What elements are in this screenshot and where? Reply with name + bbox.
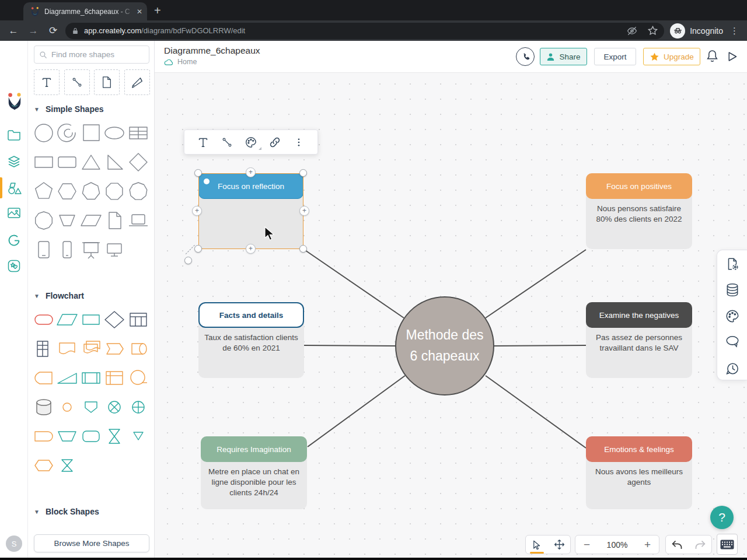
shape-diamond[interactable] <box>127 150 150 174</box>
node-emotions-and-feelings[interactable]: Emotions & feelings Nous avons les meill… <box>586 436 692 509</box>
shape-hexagon[interactable] <box>55 180 79 203</box>
diagram-settings-icon[interactable] <box>725 257 740 272</box>
reload-icon[interactable]: ⟳ <box>43 24 63 37</box>
shape-heptagon[interactable] <box>79 180 103 203</box>
stickers-icon[interactable] <box>7 259 21 273</box>
shape-card[interactable] <box>79 425 103 448</box>
shape-tablet[interactable] <box>32 238 55 261</box>
shape-right-triangle[interactable] <box>103 150 126 174</box>
database-icon[interactable] <box>725 282 740 298</box>
shape-laptop[interactable] <box>127 209 150 232</box>
shape-direct-storage[interactable] <box>127 337 150 360</box>
text-icon[interactable] <box>195 134 211 150</box>
node-title[interactable]: Focus on positives <box>586 173 692 199</box>
layers-icon[interactable] <box>7 155 21 169</box>
image-icon[interactable] <box>7 207 21 221</box>
folder-icon[interactable] <box>7 128 21 142</box>
node-body[interactable]: Taux de satisfaction clients de 60% en 2… <box>203 332 299 354</box>
select-tool-button[interactable] <box>526 535 548 554</box>
shape-table[interactable] <box>127 121 150 145</box>
avatar[interactable]: S <box>6 536 22 552</box>
node-examine-the-negatives[interactable]: Examine the negatives Pas assez de perso… <box>586 302 692 378</box>
shape-collate[interactable] <box>55 454 79 477</box>
shape-trapezoid[interactable] <box>55 425 79 448</box>
resize-handle-ne[interactable] <box>299 169 307 177</box>
node-title[interactable]: Facts and details <box>198 302 304 328</box>
back-icon[interactable]: ← <box>4 25 23 37</box>
help-button[interactable]: ? <box>710 506 734 529</box>
document-title[interactable]: Diagramme_6chapeaux <box>164 46 260 56</box>
shape-database[interactable] <box>32 396 55 419</box>
breadcrumb[interactable]: Home <box>164 58 197 66</box>
call-button[interactable] <box>516 47 535 66</box>
shape-decagon[interactable] <box>32 209 55 232</box>
shape-fc-document[interactable] <box>55 337 79 360</box>
bookmark-star-icon[interactable] <box>647 25 658 36</box>
resize-handle-nw[interactable] <box>194 169 202 177</box>
google-icon[interactable] <box>7 233 21 247</box>
add-connector-right[interactable]: + <box>299 206 309 216</box>
shape-internal-storage[interactable] <box>103 366 126 390</box>
shape-circle[interactable] <box>32 121 55 145</box>
shape-parallelogram[interactable] <box>55 308 79 331</box>
zoom-out-button[interactable]: − <box>584 538 590 551</box>
shape-or-junction[interactable] <box>127 396 150 419</box>
shape-block-caret[interactable] <box>32 524 55 534</box>
add-connector-bottom[interactable]: + <box>246 244 256 254</box>
history-icon[interactable] <box>725 361 740 376</box>
theme-palette-icon[interactable] <box>725 309 740 324</box>
shape-rounded-rectangle[interactable] <box>55 150 79 174</box>
shape-fc-table[interactable] <box>127 308 150 331</box>
connector-icon[interactable] <box>219 134 235 150</box>
zoom-in-button[interactable]: + <box>644 538 651 551</box>
shape-predefined-process[interactable] <box>79 366 103 390</box>
node-body[interactable]: Nous pensons satisfaire 80% des clients … <box>591 204 687 225</box>
shape-nonagon[interactable] <box>127 180 150 203</box>
node-body[interactable]: Nous avons les meilleurs agents <box>591 467 687 488</box>
shape-terminator[interactable] <box>32 308 55 331</box>
export-button[interactable]: Export <box>594 48 636 65</box>
shape-octagon[interactable] <box>103 180 126 203</box>
shape-trapezoid-down[interactable] <box>55 209 79 232</box>
shapes-icon[interactable] <box>7 181 21 195</box>
rotate-handle[interactable] <box>184 257 192 264</box>
shape-connector-dot[interactable] <box>55 396 79 419</box>
shape-fc-grid[interactable] <box>32 337 55 360</box>
shape-summing-junction[interactable] <box>103 396 126 419</box>
forward-icon[interactable]: → <box>23 25 43 37</box>
shape-off-page[interactable] <box>79 396 103 419</box>
notifications-button[interactable] <box>706 49 719 64</box>
shape-triangle[interactable] <box>79 150 103 174</box>
resize-handle-sw[interactable] <box>194 245 202 253</box>
shape-block-corner[interactable] <box>55 524 79 534</box>
shape-document[interactable] <box>103 209 126 232</box>
text-tool[interactable] <box>34 69 60 95</box>
shape-delay[interactable] <box>32 425 55 448</box>
node-body[interactable]: Metre en place un chat en ligne disponib… <box>205 467 302 499</box>
more-options-icon[interactable] <box>291 134 307 150</box>
shape-multi-document[interactable] <box>79 337 103 360</box>
shape-manual-operation[interactable] <box>55 366 79 390</box>
shape-pentagon[interactable] <box>32 180 55 203</box>
shape-stored-data[interactable] <box>103 337 126 360</box>
shape-preparation[interactable] <box>32 454 55 477</box>
present-button[interactable] <box>726 50 738 63</box>
shape-block-slash[interactable] <box>103 524 126 534</box>
shape-block-bracket[interactable] <box>79 524 103 534</box>
creately-logo[interactable] <box>7 92 22 111</box>
shape-rectangle[interactable] <box>32 150 55 174</box>
shape-sort[interactable] <box>103 425 126 448</box>
upgrade-button[interactable]: Upgrade <box>643 48 700 65</box>
freehand-tool[interactable] <box>124 69 150 95</box>
comment-icon[interactable] <box>725 335 740 350</box>
add-connector-left[interactable]: + <box>192 206 202 216</box>
center-topic[interactable]: Methode des 6 chapeaux <box>395 296 494 396</box>
palette-icon[interactable] <box>243 134 259 150</box>
tab-close-icon[interactable]: ✕ <box>137 8 142 16</box>
share-button[interactable]: Share <box>540 48 587 65</box>
node-focus-on-reflection[interactable]: Focus on reflection <box>198 173 303 249</box>
shape-monitor[interactable] <box>103 238 126 261</box>
resize-handle-se[interactable] <box>299 245 307 253</box>
node-facts-and-details[interactable]: Facts and details Taux de satisfaction c… <box>198 302 304 378</box>
search-input[interactable] <box>51 50 139 59</box>
